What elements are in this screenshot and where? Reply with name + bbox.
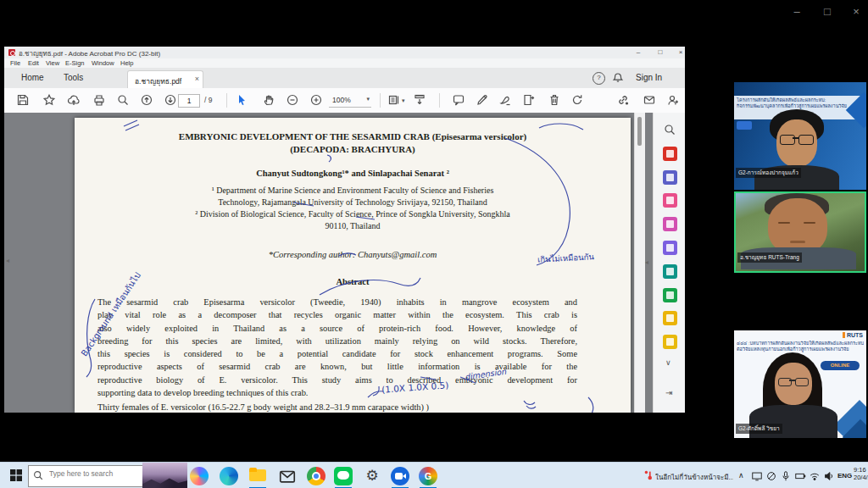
edit-pdf-tool-icon[interactable]	[663, 193, 677, 208]
screen-maximize-button[interactable]: □	[819, 5, 836, 18]
export-pages-icon[interactable]	[522, 93, 537, 108]
more-tools-chevron-icon[interactable]: ∨	[665, 358, 671, 367]
tab-home[interactable]: Home	[21, 73, 44, 82]
participant1-glasses-bridge	[793, 137, 799, 139]
search-input[interactable]	[47, 469, 140, 479]
wifi-icon[interactable]	[809, 470, 821, 482]
language-indicator[interactable]: ENG	[837, 472, 852, 480]
clock[interactable]: 9:16 20/4/2569	[854, 466, 868, 481]
menu-window[interactable]: Window	[92, 59, 114, 67]
taskbar-search[interactable]	[28, 465, 144, 487]
chrome-icon[interactable]	[307, 467, 326, 485]
right-pane-collapse-icon[interactable]: ◂	[645, 258, 648, 266]
fill-sign-tool-icon[interactable]	[663, 241, 677, 255]
screen-close-button[interactable]: ×	[848, 5, 865, 18]
share-link-icon[interactable]	[616, 93, 631, 108]
acrobat-minimize-button[interactable]: –	[632, 47, 645, 58]
banner-text-line2: กิจกรรมพัฒนาบุคลากรเพื่อก้าวสู่การเผยแพร…	[737, 103, 860, 109]
participant3-glasses	[795, 378, 809, 386]
delete-trash-icon[interactable]	[548, 93, 562, 108]
highlighter-icon[interactable]	[476, 93, 490, 108]
menu-edit[interactable]: Edit	[28, 59, 39, 67]
menu-help[interactable]: Help	[120, 59, 133, 67]
tab-document[interactable]: อ.ชาญยุทธ.pdf ×	[127, 70, 203, 89]
microphone-icon[interactable]	[780, 470, 793, 482]
acrobat-maximize-button[interactable]: □	[654, 47, 667, 58]
zoom-in-icon[interactable]	[309, 93, 324, 108]
tray-chevron-up-icon[interactable]: ∧	[738, 471, 744, 480]
participant2-eye	[778, 222, 790, 224]
ruts-logo: RUTS	[843, 332, 863, 338]
add-person-icon[interactable]	[666, 93, 681, 108]
zoom-level-dropdown[interactable]: 100% ▾	[329, 94, 371, 108]
online-badge: ONLINE	[821, 361, 860, 370]
scrollbar-thumb[interactable]	[637, 117, 642, 146]
search-tool-icon[interactable]	[663, 123, 677, 137]
line-app-icon[interactable]	[334, 467, 353, 485]
speaker-icon[interactable]	[823, 470, 836, 482]
copilot-icon[interactable]	[190, 467, 209, 485]
rotate-page-icon[interactable]	[570, 93, 585, 108]
export-tool-icon[interactable]	[663, 264, 677, 279]
vertical-scrollbar[interactable]	[634, 113, 645, 413]
news-ticker[interactable]: ในอีกไม่กี่วันข้างหน้าจะมี...	[655, 472, 733, 483]
export-pdf-tool-icon[interactable]	[663, 147, 677, 161]
video-tile-participant3[interactable]: ๔๔๔ :บทบาทการผลักดันผลงานวิจัยให้เกิดผลล…	[734, 330, 866, 438]
fill-sign-pen-icon[interactable]	[498, 93, 513, 108]
participant1-glasses	[798, 135, 814, 145]
start-button[interactable]	[9, 469, 23, 485]
video-tile-participant2-active-speaker[interactable]: อ.ชาญยุทธ RUTS-Trang	[734, 191, 866, 273]
open-pane-icon[interactable]: ⇥	[665, 388, 672, 397]
blocked-notifications-icon[interactable]	[765, 470, 778, 482]
acrobat-toolbar: 1 / 9 100% ▾ ▾	[4, 88, 685, 114]
meeting-shared-screen: – □ × อ.ชาญยุทธ.pdf - Adobe Acrobat Pro …	[0, 0, 868, 488]
edge-browser-icon[interactable]	[220, 467, 238, 485]
create-pdf-tool-icon[interactable]	[663, 170, 677, 185]
participant2-name-label: อ.ชาญยุทธ RUTS-Trang	[737, 252, 802, 263]
previous-page-icon[interactable]	[140, 93, 154, 108]
sign-in-button[interactable]: Sign In	[636, 73, 662, 82]
menu-file[interactable]: File	[10, 59, 20, 67]
request-signatures-tool-icon[interactable]	[663, 217, 677, 231]
acrobat-app-icon	[8, 49, 15, 56]
acrobat-close-button[interactable]: ×	[674, 47, 685, 58]
select-pointer-icon[interactable]	[235, 93, 249, 108]
participant3-glasses-bridge	[789, 380, 796, 381]
menu-esign[interactable]: E-Sign	[65, 59, 85, 67]
page-fit-caret-icon[interactable]: ▾	[402, 97, 405, 104]
next-page-icon[interactable]	[164, 93, 178, 108]
g-app-icon[interactable]: G	[419, 467, 437, 485]
notifications-bell-icon[interactable]	[611, 71, 626, 86]
weather-widget[interactable]	[142, 463, 187, 488]
zoom-app-icon[interactable]	[391, 467, 409, 485]
display-icon[interactable]	[751, 470, 764, 482]
tab-tools[interactable]: Tools	[64, 73, 83, 82]
organize-pages-tool-icon[interactable]	[663, 311, 677, 325]
screen-minimize-button[interactable]: –	[788, 5, 805, 18]
help-icon[interactable]: ?	[593, 72, 605, 85]
battery-icon[interactable]	[794, 470, 807, 482]
mail-icon[interactable]	[278, 467, 297, 485]
share-cloud-icon[interactable]	[67, 93, 81, 108]
search-icon[interactable]	[116, 93, 131, 108]
hand-pan-icon[interactable]	[262, 93, 276, 108]
comment-tool-icon[interactable]	[663, 335, 677, 349]
print-icon[interactable]	[92, 93, 107, 108]
settings-gear-icon[interactable]: ⚙	[363, 467, 381, 485]
file-explorer-icon[interactable]	[248, 467, 267, 485]
zoom-out-icon[interactable]	[286, 93, 300, 108]
star-bookmark-icon[interactable]	[42, 93, 57, 108]
menu-view[interactable]: View	[46, 59, 59, 67]
comment-bubble-icon[interactable]	[452, 93, 466, 108]
search-icon	[32, 469, 44, 485]
save-icon[interactable]	[16, 93, 31, 108]
tab-close-icon[interactable]: ×	[195, 75, 199, 83]
email-envelope-icon[interactable]	[643, 93, 657, 108]
video-tile-participant1[interactable]: โครงการผลักดันให้เกิดผลลัพธ์และผลกระทบ: …	[734, 82, 866, 190]
toolbar-divider	[226, 93, 227, 108]
measure-download-icon[interactable]	[413, 93, 427, 108]
combine-files-tool-icon[interactable]	[663, 288, 677, 302]
left-pane-collapse-icon[interactable]: ◂	[6, 257, 9, 264]
page-number-input[interactable]: 1	[178, 94, 200, 108]
page-fit-icon[interactable]	[387, 93, 402, 108]
